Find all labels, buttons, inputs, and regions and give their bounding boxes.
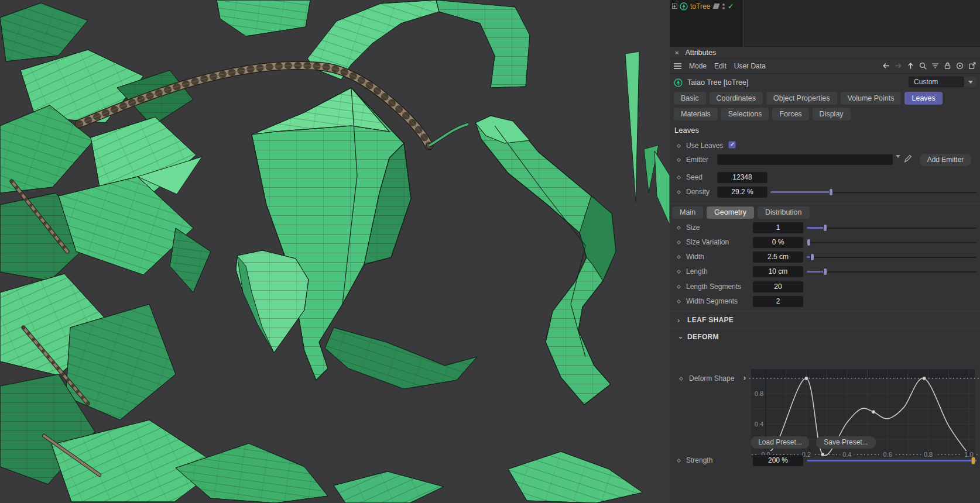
keyframe-diamond[interactable] <box>677 144 681 148</box>
length-label: Length <box>686 267 708 275</box>
menu-mode[interactable]: Mode <box>689 62 707 70</box>
separator <box>670 204 980 204</box>
attributes-header: ✕ Attributes <box>670 47 980 58</box>
expand-icon[interactable] <box>672 4 677 9</box>
object-manager: toTree ✓ <box>670 0 980 47</box>
menu-user-data[interactable]: User Data <box>734 62 766 70</box>
add-emitter-button[interactable]: Add Emitter <box>920 154 971 166</box>
menu-bar: Mode Edit User Data <box>670 58 980 74</box>
tab-coordinates[interactable]: Coordinates <box>710 92 763 105</box>
width-value[interactable]: 2.5 cm <box>753 252 803 263</box>
tab-selections[interactable]: Selections <box>721 108 769 120</box>
load-preset-button[interactable]: Load Preset... <box>751 436 809 449</box>
search-icon[interactable] <box>919 61 927 70</box>
group-deform[interactable]: ⌄ DEFORM <box>670 332 980 343</box>
panel-title: Attributes <box>685 49 716 57</box>
strength-value[interactable]: 200 % <box>753 455 803 466</box>
strength-slider[interactable] <box>807 455 976 466</box>
keyframe-diamond[interactable] <box>677 158 681 162</box>
save-preset-button[interactable]: Save Preset... <box>816 436 876 449</box>
size-slider[interactable] <box>807 222 976 233</box>
use-leaves-checkbox[interactable] <box>728 141 736 149</box>
preset-dropdown-arrow[interactable] <box>965 77 976 87</box>
length-slider[interactable] <box>807 266 976 277</box>
width-segments-label: Width Segments <box>686 297 738 305</box>
length-segments-value[interactable]: 20 <box>753 281 803 292</box>
object-title: Taiao Tree [toTree] <box>687 78 748 87</box>
density-value[interactable]: 29.2 % <box>717 187 767 198</box>
subtab-row: Main Geometry Distribution <box>672 206 810 219</box>
subtab-geometry[interactable]: Geometry <box>707 206 754 219</box>
keyframe-diamond[interactable] <box>677 270 681 274</box>
size-variation-slider[interactable] <box>807 237 976 248</box>
menu-edit[interactable]: Edit <box>714 62 727 70</box>
tab-row-1: Basic Coordinates Object Properties Volu… <box>674 92 943 105</box>
forward-arrow-icon[interactable] <box>894 61 903 70</box>
keyframe-diamond[interactable] <box>677 285 681 289</box>
keyframe-diamond[interactable] <box>677 240 681 244</box>
enabled-check-icon[interactable]: ✓ <box>728 2 734 11</box>
emitter-label: Emitter <box>686 156 708 164</box>
seed-value[interactable]: 12348 <box>717 172 767 183</box>
tab-leaves[interactable]: Leaves <box>904 92 942 105</box>
tab-materials[interactable]: Materials <box>674 108 718 120</box>
keyframe-diamond[interactable] <box>677 190 681 194</box>
close-icon[interactable]: ✕ <box>674 50 679 56</box>
tab-object-properties[interactable]: Object Properties <box>766 92 837 105</box>
subtab-distribution[interactable]: Distribution <box>758 206 810 219</box>
density-label: Density <box>686 188 710 196</box>
new-window-icon[interactable] <box>968 61 976 70</box>
emitter-input[interactable] <box>717 154 893 165</box>
svg-text:0.4: 0.4 <box>755 421 763 428</box>
keyframe-diamond[interactable] <box>677 255 681 259</box>
target-icon[interactable] <box>955 61 964 70</box>
keyframe-diamond[interactable] <box>677 226 681 230</box>
filter-icon[interactable] <box>931 61 940 70</box>
object-name[interactable]: toTree <box>690 2 710 11</box>
layer-icon[interactable] <box>713 4 720 9</box>
width-slider[interactable] <box>807 252 976 263</box>
emitter-dropdown-arrow[interactable] <box>896 158 900 166</box>
strength-label: Strength <box>686 456 712 464</box>
tree-object-icon <box>674 78 683 87</box>
width-segments-value[interactable]: 2 <box>753 296 803 307</box>
separator <box>670 328 980 329</box>
tree-object-icon <box>680 2 688 11</box>
tab-row-2: Materials Selections Forces Display <box>674 108 851 120</box>
tab-display[interactable]: Display <box>813 108 851 120</box>
hamburger-icon[interactable] <box>674 63 681 69</box>
viewport-3d[interactable] <box>0 0 670 503</box>
separator <box>670 311 980 312</box>
pick-pen-icon[interactable] <box>903 154 912 163</box>
width-label: Width <box>686 253 704 261</box>
size-variation-label: Size Variation <box>686 238 729 246</box>
viewport-scene <box>0 0 670 503</box>
attributes-panel: toTree ✓ ✕ Attributes Mode Edit User Dat… <box>670 0 980 503</box>
section-title-leaves: Leaves <box>674 126 699 135</box>
tab-basic[interactable]: Basic <box>674 92 706 105</box>
object-row-totree[interactable]: toTree ✓ <box>670 0 743 12</box>
preset-dropdown[interactable]: Custom <box>909 77 964 87</box>
tab-forces[interactable]: Forces <box>772 108 808 120</box>
use-leaves-label: Use Leaves <box>686 142 723 150</box>
seed-label: Seed <box>686 173 703 181</box>
svg-text:0.8: 0.8 <box>755 390 763 397</box>
visibility-dots-icon[interactable] <box>722 4 725 9</box>
keyframe-diamond[interactable] <box>677 299 681 304</box>
size-value[interactable]: 1 <box>753 222 803 233</box>
length-segments-label: Length Segments <box>686 282 741 291</box>
size-label: Size <box>686 223 700 232</box>
subtab-main[interactable]: Main <box>672 206 703 219</box>
chevron-down-icon[interactable]: ⌄ <box>677 332 684 340</box>
chevron-right-icon[interactable]: › <box>677 316 680 325</box>
keyframe-diamond[interactable] <box>677 175 681 180</box>
tab-volume-points[interactable]: Volume Points <box>841 92 902 105</box>
up-arrow-icon[interactable] <box>906 61 915 70</box>
length-value[interactable]: 10 cm <box>753 266 803 277</box>
back-arrow-icon[interactable] <box>882 61 890 70</box>
size-variation-value[interactable]: 0 % <box>753 237 803 248</box>
density-slider[interactable] <box>770 187 976 198</box>
lock-icon[interactable] <box>943 61 952 70</box>
group-leaf-shape[interactable]: › LEAF SHAPE <box>670 315 980 326</box>
object-title-row: Taiao Tree [toTree] Custom <box>670 75 980 89</box>
